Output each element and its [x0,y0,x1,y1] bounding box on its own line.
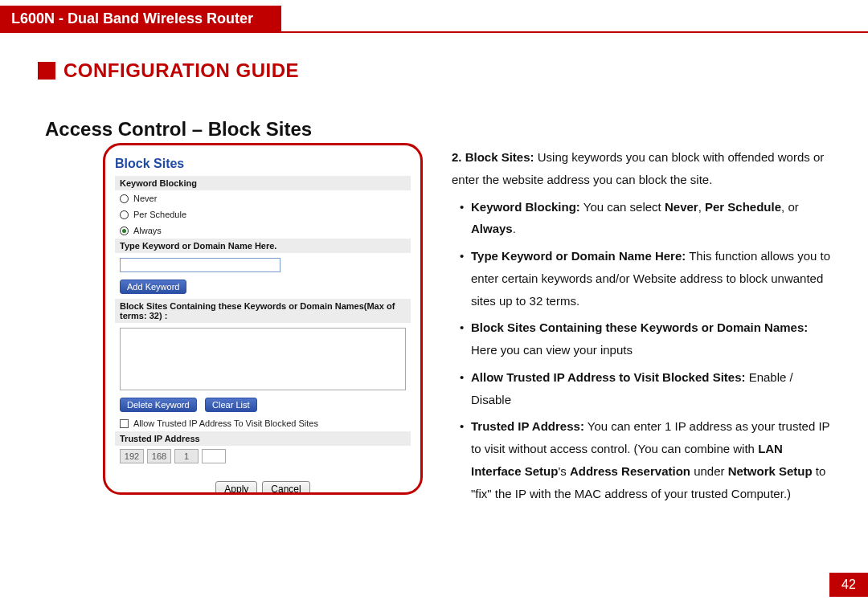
radio-per-schedule-row[interactable]: Per Schedule [115,206,411,222]
ti-label: Trusted IP Address: [471,419,584,433]
kb-rest1: You can select [580,200,665,214]
type-keyword-header: Type Keyword or Domain Name Here. [115,239,411,253]
bs-rest: Here you can view your inputs [471,343,633,357]
ti-s: 's [558,464,570,478]
subsection-title: Access Control – Block Sites [45,118,312,141]
panel-footer-buttons: Apply Cancel [115,481,411,495]
product-banner: L600N - Dual Band Wireless Router [0,6,281,31]
block-list[interactable] [120,328,406,390]
add-keyword-button[interactable]: Add Keyword [120,280,186,294]
radio-always-row[interactable]: Always [115,222,411,239]
radio-never-label: Never [133,194,157,203]
panel-title: Block Sites [115,157,411,171]
tk-label: Type Keyword or Domain Name Here: [471,249,686,263]
description-column: 2. Block Sites: Using keywords you can b… [452,146,836,504]
allow-trusted-label: Allow Trusted IP Address To Visit Blocke… [133,418,318,428]
ip-octet-2[interactable]: 168 [147,449,171,463]
at-label: Allow Trusted IP Address to Visit Blocke… [471,370,745,384]
block-list-header: Block Sites Containing these Keywords or… [115,299,411,323]
kb-or: , or [781,200,799,214]
block-sites-panel: Block Sites Keyword Blocking Never Per S… [103,143,423,495]
radio-per-schedule[interactable] [120,210,129,219]
radio-always[interactable] [120,227,129,235]
trusted-ip-row: 192 168 1 . [115,446,411,467]
radio-never[interactable] [120,194,129,203]
ti-ar: Address Reservation [570,464,690,478]
banner-rule [0,31,868,33]
section-title-block: CONFIGURATION GUIDE [38,59,299,82]
bullet-keyword-blocking: Keyword Blocking: You can select Never, … [460,196,836,241]
apply-button[interactable]: Apply [215,481,257,495]
radio-per-schedule-label: Per Schedule [133,210,186,219]
cancel-button[interactable]: Cancel [262,481,309,495]
keyword-blocking-header: Keyword Blocking [115,176,411,190]
intro-paragraph: 2. Block Sites: Using keywords you can b… [452,146,836,191]
ip-octet-3[interactable]: 1 [174,449,199,463]
bullet-block-sites: Block Sites Containing these Keywords or… [460,316,836,361]
allow-trusted-checkbox[interactable] [120,419,129,428]
radio-never-row[interactable]: Never [115,190,411,206]
section-square-icon [38,62,55,80]
delete-keyword-button[interactable]: Delete Keyword [120,398,197,412]
kb-always: Always [471,222,513,235]
intro-label: 2. Block Sites: [452,150,534,164]
kb-per: Per Schedule [705,200,781,214]
bullet-trusted-ip: Trusted IP Address: You can enter 1 IP a… [460,415,836,504]
bullet-allow-trusted: Allow Trusted IP Address to Visit Blocke… [460,366,836,411]
section-title: CONFIGURATION GUIDE [63,59,299,82]
clear-list-button[interactable]: Clear List [205,398,256,412]
ip-octet-4[interactable]: . [202,449,226,463]
radio-always-label: Always [133,226,162,235]
trusted-ip-header: Trusted IP Address [115,431,411,446]
kb-label: Keyword Blocking: [471,200,580,214]
page-number: 42 [829,573,868,597]
kb-period: . [513,222,516,235]
bs-label: Block Sites Containing these Keywords or… [471,320,808,334]
product-title: L600N - Dual Band Wireless Router [11,10,253,27]
allow-trusted-row[interactable]: Allow Trusted IP Address To Visit Blocke… [115,415,411,431]
kb-never: Never [665,200,698,214]
ip-octet-1[interactable]: 192 [120,449,144,463]
bullet-type-keyword: Type Keyword or Domain Name Here: This f… [460,245,836,312]
page-number-value: 42 [841,578,856,592]
keyword-input[interactable] [120,258,280,272]
ti-ns: Network Setup [728,464,813,478]
kb-comma: , [698,200,705,214]
ti-under: under [690,464,728,478]
